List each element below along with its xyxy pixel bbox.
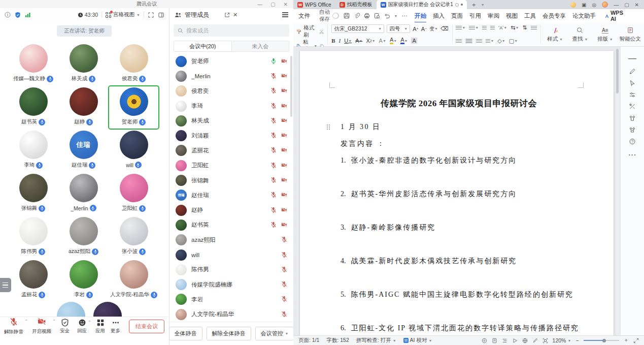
member-camera-icon[interactable] xyxy=(281,206,287,215)
participant-tile[interactable]: azaz熙阳 xyxy=(58,215,109,259)
unmute-all-button[interactable]: 解除全体静音 xyxy=(207,327,251,340)
new-tab-button[interactable]: ＋ xyxy=(471,1,477,9)
adjust-settings-icon[interactable] xyxy=(629,91,636,98)
maximize-button[interactable]: ▢ xyxy=(270,2,275,7)
sidebar-more-icon[interactable]: ⋯ xyxy=(628,150,637,160)
member-camera-icon[interactable] xyxy=(281,221,287,230)
font-name-select[interactable]: 仿宋_GB2312▼ xyxy=(331,24,384,33)
font-color-button[interactable]: A▼ xyxy=(400,37,408,44)
fit-page-icon[interactable] xyxy=(543,338,548,343)
align-center-icon[interactable] xyxy=(465,38,472,44)
member-row[interactable]: 侯君奕 xyxy=(170,84,293,99)
wps-ai-button[interactable]: WPS AI xyxy=(605,10,625,22)
wps-home-tab[interactable]: W WPS Office xyxy=(293,0,335,9)
highlight-color-button[interactable]: A▼ xyxy=(390,37,397,44)
participant-tile[interactable]: 张锦舞 xyxy=(8,172,58,215)
member-row[interactable]: 赵书英 xyxy=(170,217,293,232)
participant-tile[interactable]: 李琦 xyxy=(8,129,58,172)
member-camera-icon[interactable] xyxy=(281,72,287,81)
underline-button[interactable]: U▼ xyxy=(344,38,352,44)
align-justify-icon[interactable] xyxy=(476,39,482,43)
participant-tile[interactable]: 陈伟男 xyxy=(8,215,58,259)
end-meeting-button[interactable]: 结束会议 xyxy=(129,320,164,333)
ribbon-menu-tab[interactable]: 页面 xyxy=(451,12,463,20)
styles-button[interactable]: 样式 ▼ xyxy=(544,24,565,45)
member-camera-icon[interactable] xyxy=(281,161,287,170)
member-mic-icon[interactable] xyxy=(281,310,287,319)
border-icon[interactable]: ▢▼ xyxy=(509,38,518,44)
skin-star-icon[interactable] xyxy=(629,127,636,133)
member-mic-icon[interactable] xyxy=(270,191,277,200)
minimize-button[interactable]: — xyxy=(257,2,262,7)
format-painter-icon[interactable] xyxy=(296,29,301,35)
member-mic-icon[interactable] xyxy=(270,86,277,96)
reaction-button[interactable]: 回应⌃ xyxy=(77,319,87,334)
search-input[interactable]: 搜索成员 xyxy=(174,24,289,37)
member-row[interactable]: 李琦 xyxy=(170,99,293,113)
document-area[interactable]: 传媒学院 2026 年国家级项目申报研讨会 1 月 30 日 发言内容 ： 1.… xyxy=(293,47,620,335)
participant-tile[interactable]: will xyxy=(109,129,159,172)
autosave-toggle[interactable]: 自动保存 xyxy=(319,9,339,23)
collapse-sidebar-handle[interactable] xyxy=(0,278,11,292)
file-menu[interactable]: 文件 xyxy=(298,12,310,20)
char-spacing-icon[interactable]: ⇆▼ xyxy=(511,24,519,31)
member-camera-icon[interactable] xyxy=(281,57,287,66)
italic-button[interactable]: I xyxy=(339,38,341,44)
increase-indent-icon[interactable] xyxy=(490,25,495,30)
ribbon-menu-tab[interactable]: 引用 xyxy=(469,12,481,20)
participant-tile[interactable]: 林关成 xyxy=(58,43,109,86)
strikethrough-button[interactable]: A▼ xyxy=(355,38,362,44)
document-page[interactable]: 传媒学院 2026 年国家级项目申报研讨会 1 月 30 日 发言内容 ： 1.… xyxy=(300,51,614,335)
cut-icon[interactable] xyxy=(319,29,324,35)
member-mic-icon[interactable] xyxy=(270,161,277,170)
eye-protect-icon[interactable] xyxy=(482,338,487,343)
ribbon-menu-tab[interactable]: 会员专享 xyxy=(543,12,566,20)
clip-icon[interactable] xyxy=(354,13,360,19)
decrease-indent-icon[interactable] xyxy=(482,25,487,30)
info-icon[interactable] xyxy=(4,12,11,18)
security-button[interactable]: 安全 xyxy=(60,319,70,334)
ai-proofread[interactable]: AI 校对▼ xyxy=(403,337,432,344)
font-size-select[interactable]: 四号▼ xyxy=(387,24,410,33)
ribbon-menu-tab[interactable]: 论文助手 xyxy=(572,12,596,20)
participant-tile[interactable]: 张小波 xyxy=(109,215,159,259)
page-view-icon[interactable] xyxy=(492,338,497,343)
member-row[interactable]: 佳瑞 赵佳瑞 xyxy=(170,188,293,203)
spellcheck-status[interactable]: 拼写检查: 打开▼ xyxy=(356,337,396,344)
member-mic-icon[interactable] xyxy=(270,176,277,185)
text-direction-icon[interactable]: ʻAʼ▼ xyxy=(498,25,507,30)
collapse-sidebar-icon[interactable]: — xyxy=(628,54,636,63)
member-row[interactable]: will xyxy=(170,247,293,262)
decrease-font-icon[interactable]: A− xyxy=(421,26,427,32)
save-icon[interactable] xyxy=(344,13,350,19)
member-row[interactable]: 孟丽花 xyxy=(170,143,293,158)
select-cursor-icon[interactable] xyxy=(629,80,636,86)
shield-check-icon[interactable] xyxy=(14,12,21,18)
participant-tile[interactable]: 佳瑞 赵佳瑞 xyxy=(58,129,109,172)
quickbar-more-icon[interactable]: ⋯ xyxy=(401,12,408,19)
bold-button[interactable]: B xyxy=(331,38,335,44)
member-row[interactable]: 林关成 xyxy=(170,113,293,128)
settings-globe-icon[interactable]: ◎ xyxy=(592,2,596,8)
participant-tile[interactable]: 赵静 xyxy=(58,86,109,129)
account-avatar[interactable] xyxy=(602,2,608,8)
find-button[interactable]: 查找 ▼ xyxy=(569,24,591,45)
member-camera-icon[interactable] xyxy=(281,116,287,126)
undo-icon[interactable] xyxy=(384,13,390,19)
member-mic-icon[interactable] xyxy=(270,102,277,111)
zoom-in-button[interactable]: ＋ xyxy=(624,337,629,344)
text-effect-button[interactable]: A▼ xyxy=(379,38,386,44)
zoom-slider[interactable] xyxy=(584,340,619,341)
paragraph-drag-handle-icon[interactable] xyxy=(326,124,330,130)
participant-tile[interactable]: 传媒—魏文静 xyxy=(8,43,58,86)
close-button[interactable]: ✕ xyxy=(284,2,288,7)
member-row[interactable]: 贺老师 xyxy=(170,54,293,69)
member-mic-icon[interactable] xyxy=(270,146,277,155)
panel-menu-icon[interactable] xyxy=(282,12,288,17)
line-spacing-icon[interactable]: ▼ xyxy=(486,39,494,43)
popout-icon[interactable] xyxy=(224,12,230,18)
participant-tile[interactable]: _Merlin xyxy=(58,172,109,215)
member-row[interactable]: 张锦舞 xyxy=(170,173,293,187)
participant-tile[interactable]: 侯君奕 xyxy=(109,43,159,86)
zoom-level[interactable]: 120%▼ xyxy=(553,337,571,343)
